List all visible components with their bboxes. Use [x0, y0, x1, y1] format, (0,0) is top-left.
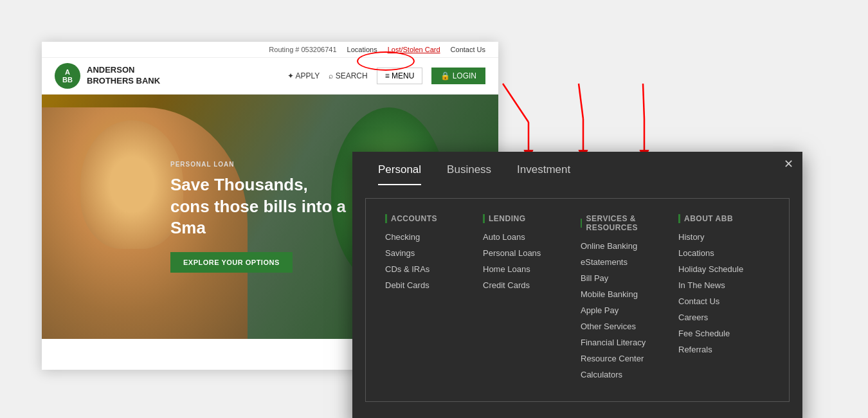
link-mobile-banking[interactable]: Mobile Banking [581, 289, 672, 299]
lost-card-link[interactable]: Lost/Stolen Card [388, 46, 440, 53]
svg-line-6 [643, 84, 644, 119]
link-auto-loans[interactable]: Auto Loans [483, 232, 574, 242]
link-bill-pay[interactable]: Bill Pay [581, 273, 672, 283]
tab-investment[interactable]: Investment [517, 163, 570, 185]
link-personal-loans[interactable]: Personal Loans [483, 248, 574, 258]
locations-link[interactable]: Locations [347, 46, 377, 53]
link-holiday-schedule[interactable]: Holiday Schedule [678, 264, 770, 274]
nav-actions: ✦ APPLY ⌕ SEARCH ≡ MENU 🔒 LOGIN [287, 68, 485, 84]
hero-title: Save Thousands, cons those bills into a … [170, 174, 350, 239]
apply-button[interactable]: ✦ APPLY [287, 71, 320, 80]
dropdown-content: ACCOUNTS Checking Savings CDs & IRAs Deb… [365, 198, 790, 402]
utility-bar: Routing # 053206741 Locations Lost/Stole… [42, 42, 498, 58]
link-debit-cards[interactable]: Debit Cards [385, 280, 476, 290]
routing-number: Routing # 053206741 [269, 46, 336, 53]
svg-line-2 [503, 84, 529, 122]
link-other-services[interactable]: Other Services [581, 322, 672, 331]
link-home-loans[interactable]: Home Loans [483, 264, 574, 274]
link-calculators[interactable]: Calculators [581, 370, 672, 379]
search-button[interactable]: ⌕ SEARCH [329, 71, 367, 80]
svg-line-4 [579, 84, 583, 119]
tab-business[interactable]: Business [447, 163, 491, 185]
main-nav: ABB ANDERSON BROTHERS BANK ✦ APPLY ⌕ SEA… [42, 58, 498, 95]
link-apple-pay[interactable]: Apple Pay [581, 305, 672, 315]
contact-link[interactable]: Contact Us [451, 46, 485, 53]
link-credit-cards[interactable]: Credit Cards [483, 280, 574, 290]
close-button[interactable]: ✕ [784, 158, 793, 170]
logo-area: ABB ANDERSON BROTHERS BANK [55, 63, 160, 89]
link-locations[interactable]: Locations [678, 248, 770, 258]
link-checking[interactable]: Checking [385, 232, 476, 242]
services-section: SERVICES & RESOURCES Online Banking eSta… [581, 214, 672, 386]
services-title: SERVICES & RESOURCES [581, 214, 672, 232]
about-section: ABOUT ABB History Locations Holiday Sche… [678, 214, 770, 386]
link-resource-center[interactable]: Resource Center [581, 354, 672, 363]
link-online-banking[interactable]: Online Banking [581, 241, 672, 251]
link-estatements[interactable]: eStatements [581, 257, 672, 267]
hero-content: PERSONAL LOAN Save Thousands, cons those… [42, 141, 370, 292]
menu-button[interactable]: ≡ MENU [377, 68, 423, 84]
about-title: ABOUT ABB [678, 214, 770, 223]
lending-title: LENDING [483, 214, 574, 223]
link-referrals[interactable]: Referrals [678, 345, 770, 354]
dropdown-panel: ✕ Personal Business Investment ACCOUNTS … [352, 152, 802, 418]
link-financial-literacy[interactable]: Financial Literacy [581, 338, 672, 347]
hero-cta-button[interactable]: EXPLORE YOUR OPTIONS [170, 252, 293, 273]
accounts-section: ACCOUNTS Checking Savings CDs & IRAs Deb… [385, 214, 476, 386]
dropdown-tabs: Personal Business Investment [352, 152, 802, 185]
login-button[interactable]: 🔒 LOGIN [431, 68, 485, 84]
link-contact-us[interactable]: Contact Us [678, 296, 770, 306]
link-fee-schedule[interactable]: Fee Schedule [678, 329, 770, 338]
link-careers[interactable]: Careers [678, 313, 770, 322]
link-in-the-news[interactable]: In The News [678, 280, 770, 290]
accounts-title: ACCOUNTS [385, 214, 476, 223]
lending-section: LENDING Auto Loans Personal Loans Home L… [483, 214, 574, 386]
bank-name: ANDERSON BROTHERS BANK [87, 65, 160, 87]
bank-logo: ABB [55, 63, 80, 89]
link-cds-iras[interactable]: CDs & IRAs [385, 264, 476, 274]
link-savings[interactable]: Savings [385, 248, 476, 258]
tab-personal[interactable]: Personal [378, 163, 421, 185]
hero-badge: PERSONAL LOAN [170, 161, 350, 168]
link-history[interactable]: History [678, 232, 770, 242]
